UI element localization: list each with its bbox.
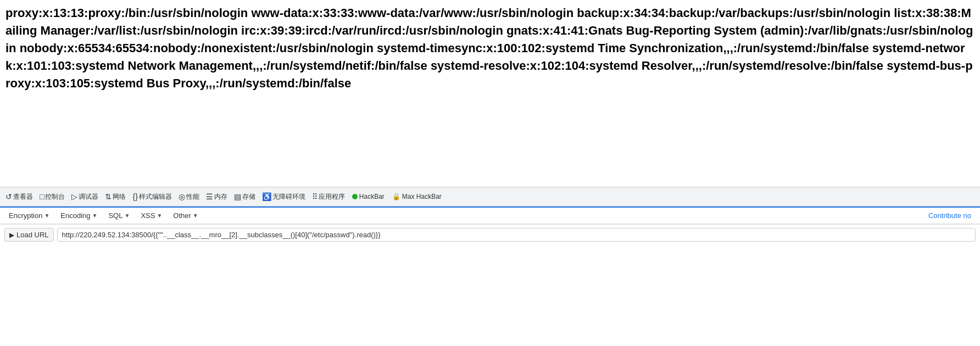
xss-label: XSS [141,211,155,220]
performance-label: 性能 [186,192,199,202]
debugger-label: 调试器 [79,192,98,202]
network-label: 网络 [113,192,126,202]
hackbar-menu-bar: Encryption ▼ Encoding ▼ SQL ▼ XSS ▼ Othe… [0,207,980,224]
toolbar-style-editor[interactable]: {} 样式编辑器 [130,191,174,203]
toolbar-max-hackbar[interactable]: 🔒 Max HackBar [389,192,444,202]
toolbar-console[interactable]: □ 控制台 [37,191,67,203]
load-url-button[interactable]: ▶ Load URL [4,228,54,242]
app-program-label: 应用程序 [319,192,345,202]
menu-xss[interactable]: XSS ▼ [135,207,168,225]
url-bar-row: ▶ Load URL [0,224,980,245]
storage-icon: ▤ [234,192,241,201]
encryption-label: Encryption [9,211,42,220]
debugger-icon: ▷ [71,192,77,201]
console-label: 控制台 [45,192,65,202]
style-editor-label: 样式编辑器 [139,192,172,202]
toolbar-app-program[interactable]: ⠿ 应用程序 [310,191,347,203]
load-url-icon: ▶ [9,231,14,239]
viewer-label: 查看器 [13,192,33,202]
toolbar-hackbar[interactable]: HackBar [349,192,387,202]
other-label: Other [173,211,191,220]
accessibility-icon: ♿ [262,192,271,201]
toolbar-accessibility[interactable]: ♿ 无障碍环境 [260,191,308,203]
console-icon: □ [40,192,44,201]
performance-icon: ◎ [179,192,185,201]
memory-label: 内存 [214,192,227,202]
other-dropdown-icon: ▼ [193,213,198,219]
max-hackbar-lock-icon: 🔒 [392,193,400,200]
memory-icon: ☰ [206,192,213,201]
browser-toolbar: ↺ 查看器 □ 控制台 ▷ 调试器 ⇅ 网络 {} 样式编辑器 ◎ 性能 ☰ 内… [0,187,980,207]
menu-encoding[interactable]: Encoding ▼ [55,207,103,225]
contribute-text: Contribute no [928,211,971,220]
encryption-dropdown-icon: ▼ [44,213,49,219]
main-content-area: proxy:x:13:13:proxy:/bin:/usr/sbin/nolog… [0,0,980,187]
storage-label: 存储 [242,192,255,202]
menu-sql[interactable]: SQL ▼ [103,207,135,225]
encoding-dropdown-icon: ▼ [92,213,98,219]
accessibility-label: 无障碍环境 [272,192,305,202]
toolbar-storage[interactable]: ▤ 存储 [232,191,258,203]
sql-label: SQL [108,211,122,220]
style-editor-icon: {} [132,192,137,201]
encoding-label: Encoding [60,211,90,220]
max-hackbar-label: Max HackBar [402,193,442,200]
contribute-link[interactable]: Contribute no [923,211,977,220]
load-url-label: Load URL [16,231,49,239]
menu-encryption[interactable]: Encryption ▼ [3,207,55,225]
toolbar-memory[interactable]: ☰ 内存 [204,191,230,203]
toolbar-viewer[interactable]: ↺ 查看器 [3,191,35,203]
url-input-field[interactable] [57,228,976,242]
sql-dropdown-icon: ▼ [124,213,130,219]
viewer-icon: ↺ [5,192,12,201]
hackbar-dot-icon [352,194,358,199]
network-icon: ⇅ [105,192,112,201]
main-text: proxy:x:13:13:proxy:/bin:/usr/sbin/nolog… [5,6,973,90]
app-program-icon: ⠿ [312,192,318,201]
toolbar-debugger[interactable]: ▷ 调试器 [69,191,101,203]
hackbar-label: HackBar [359,193,385,200]
menu-other[interactable]: Other ▼ [168,207,203,225]
toolbar-network[interactable]: ⇅ 网络 [103,191,128,203]
toolbar-performance[interactable]: ◎ 性能 [176,191,202,203]
xss-dropdown-icon: ▼ [157,213,162,219]
